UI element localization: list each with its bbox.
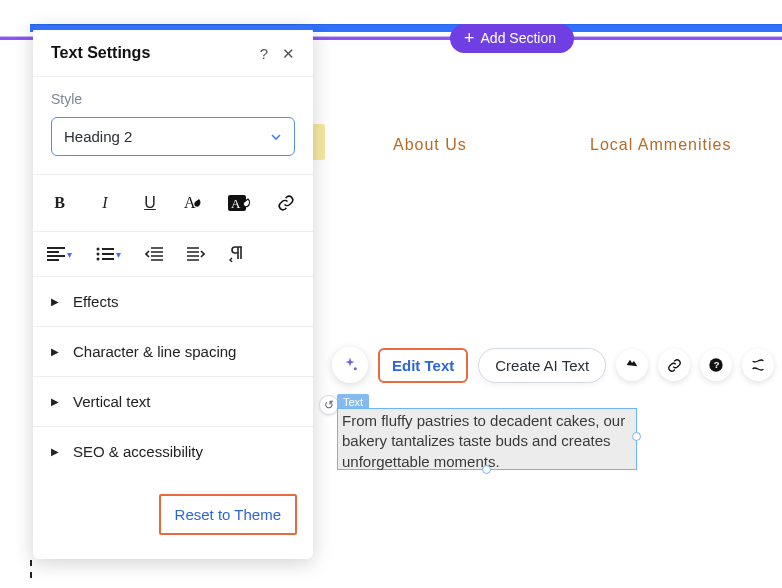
char-spacing-section[interactable]: ▶ Character & line spacing — [33, 327, 313, 377]
format-toolbar: B I U A A — [33, 175, 313, 232]
underline-button[interactable]: U — [137, 189, 162, 217]
svg-point-4 — [97, 253, 100, 256]
resize-handle-east[interactable] — [632, 432, 641, 441]
panel-header: Text Settings ? ✕ — [33, 30, 313, 77]
resize-handle-south[interactable] — [482, 465, 491, 474]
element-floating-toolbar: Edit Text Create AI Text ? — [332, 347, 774, 383]
panel-title: Text Settings — [51, 44, 150, 62]
style-dropdown[interactable]: Heading 2 — [51, 117, 295, 156]
seo-section[interactable]: ▶ SEO & accessibility — [33, 427, 313, 476]
svg-point-3 — [97, 248, 100, 251]
help-button[interactable]: ? — [700, 349, 732, 381]
seo-label: SEO & accessibility — [73, 443, 203, 460]
svg-text:A: A — [231, 196, 241, 211]
svg-text:A: A — [184, 194, 196, 211]
add-section-button[interactable]: + Add Section — [450, 24, 574, 53]
text-color-button[interactable]: A — [183, 189, 208, 217]
indent-button[interactable] — [187, 247, 205, 261]
add-section-label: Add Section — [481, 30, 557, 46]
italic-button[interactable]: I — [92, 189, 117, 217]
list-button[interactable]: ▾ — [96, 247, 121, 261]
svg-point-6 — [354, 367, 357, 370]
effects-label: Effects — [73, 293, 119, 310]
reset-to-theme-button[interactable]: Reset to Theme — [159, 494, 297, 535]
plus-icon: + — [464, 31, 475, 45]
caret-right-icon: ▶ — [51, 446, 59, 457]
vertical-text-section[interactable]: ▶ Vertical text — [33, 377, 313, 427]
help-icon[interactable]: ? — [260, 45, 268, 62]
highlight-color-button[interactable]: A — [228, 189, 254, 217]
chevron-down-icon: ▾ — [116, 249, 121, 260]
ai-sparkle-button[interactable] — [332, 347, 368, 383]
rotate-handle[interactable]: ↺ — [319, 395, 339, 415]
style-value: Heading 2 — [64, 128, 132, 145]
text-element[interactable]: From fluffy pastries to decadent cakes, … — [337, 408, 637, 470]
caret-right-icon: ▶ — [51, 396, 59, 407]
char-spacing-label: Character & line spacing — [73, 343, 236, 360]
stretch-button[interactable] — [742, 349, 774, 381]
style-block: Style Heading 2 — [33, 77, 313, 175]
animation-button[interactable] — [616, 349, 648, 381]
text-direction-button[interactable] — [229, 246, 245, 262]
chevron-down-icon: ▾ — [67, 249, 72, 260]
link-button[interactable] — [274, 189, 299, 217]
edit-text-button[interactable]: Edit Text — [378, 348, 468, 383]
vertical-text-label: Vertical text — [73, 393, 151, 410]
svg-text:?: ? — [714, 360, 720, 370]
create-ai-text-button[interactable]: Create AI Text — [478, 348, 606, 383]
style-label: Style — [51, 91, 295, 107]
close-icon[interactable]: ✕ — [282, 46, 295, 61]
nav-about-us[interactable]: About Us — [393, 136, 467, 154]
link-button[interactable] — [658, 349, 690, 381]
chevron-down-icon — [270, 131, 282, 143]
align-button[interactable]: ▾ — [47, 247, 72, 261]
text-settings-panel: Text Settings ? ✕ Style Heading 2 B I U … — [33, 26, 313, 559]
caret-right-icon: ▶ — [51, 346, 59, 357]
bold-button[interactable]: B — [47, 189, 72, 217]
paragraph-toolbar: ▾ ▾ — [33, 232, 313, 277]
effects-section[interactable]: ▶ Effects — [33, 277, 313, 327]
nav-local-amenities[interactable]: Local Ammenities — [590, 136, 731, 154]
svg-point-5 — [97, 258, 100, 261]
ruler-tick — [30, 560, 36, 578]
outdent-button[interactable] — [145, 247, 163, 261]
caret-right-icon: ▶ — [51, 296, 59, 307]
